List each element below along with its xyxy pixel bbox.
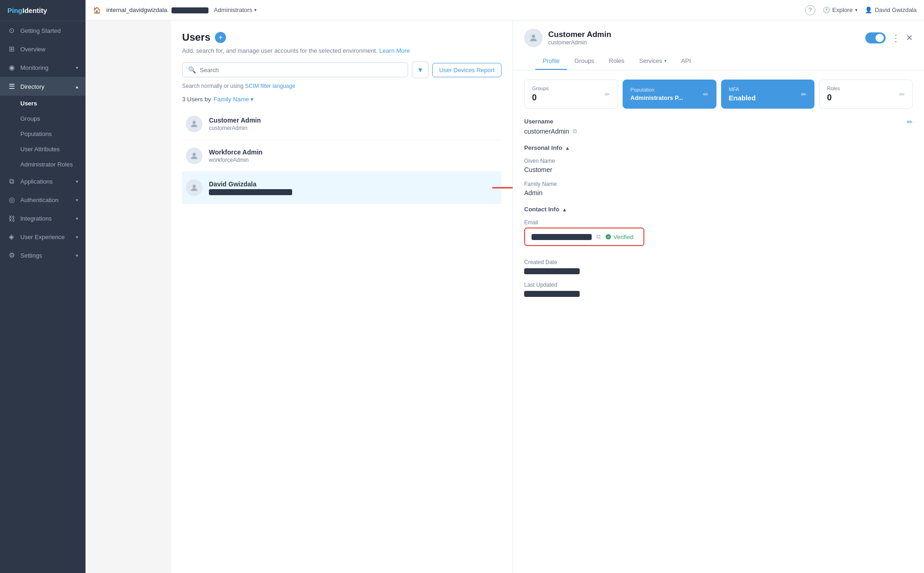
- detail-header: Customer Admin customerAdmin ⋮ ✕ Profile…: [513, 20, 924, 70]
- sidebar-item-monitoring[interactable]: ◉ Monitoring ▾: [0, 58, 86, 77]
- list-item[interactable]: Workforce Admin workforceAdmin: [182, 140, 502, 172]
- list-item[interactable]: David Gwizdala: [182, 172, 502, 204]
- email-highlight-box: ⧉ Verified: [524, 228, 644, 246]
- sidebar-sub-item-administrator-roles[interactable]: Administrator Roles: [0, 157, 86, 172]
- user-icon: 👤: [865, 6, 872, 13]
- integrations-icon: ⛓: [7, 214, 16, 222]
- chevron-down-icon: ▾: [76, 197, 78, 203]
- user-name: Workforce Admin: [209, 148, 263, 156]
- chevron-down-icon: ▾: [254, 7, 257, 12]
- family-name-field: Family Name Admin: [524, 181, 913, 197]
- copy-username-button[interactable]: ⧉: [573, 128, 577, 135]
- search-input[interactable]: [200, 67, 402, 74]
- sidebar-item-label: Settings: [20, 252, 71, 259]
- chevron-down-icon: ▾: [76, 65, 78, 70]
- user-identity: Customer Admin customerAdmin: [548, 30, 611, 46]
- sidebar-item-label: Monitoring: [20, 64, 71, 71]
- getting-started-icon: ⊙: [7, 26, 16, 35]
- stat-card-groups: Groups 0 ✏: [524, 80, 618, 109]
- user-devices-report-button[interactable]: User Devices Report: [432, 63, 502, 77]
- user-info: Customer Admin customerAdmin: [209, 117, 261, 131]
- list-item[interactable]: Customer Admin customerAdmin: [182, 108, 502, 140]
- personal-info-section: Personal Info ▲ Given Name Customer Fami…: [524, 144, 913, 197]
- username-value: customerAdmin ⧉: [524, 128, 577, 135]
- sidebar-sub-label: Populations: [20, 130, 52, 137]
- sidebar-sub-item-populations[interactable]: Populations: [0, 126, 86, 142]
- filter-button[interactable]: ▼: [412, 62, 428, 78]
- monitoring-icon: ◉: [7, 63, 16, 72]
- detail-content: Groups 0 ✏ Population Administrators P..…: [513, 70, 924, 315]
- user-status-toggle[interactable]: [865, 32, 886, 43]
- users-header: Users +: [182, 31, 502, 43]
- overview-icon: ⊞: [7, 45, 16, 53]
- created-date-value: [524, 268, 580, 274]
- chevron-down-icon: ▾: [664, 58, 667, 63]
- applications-icon: ⧉: [7, 177, 16, 185]
- sidebar-item-settings[interactable]: ⚙ Settings ▾: [0, 246, 86, 265]
- admins-dropdown[interactable]: Administrators ▾: [214, 6, 257, 13]
- username-section: Username customerAdmin ⧉ ✏: [524, 118, 913, 135]
- sidebar-item-label: Directory: [20, 83, 71, 90]
- logo: PingIdentity: [0, 0, 86, 21]
- explore-button[interactable]: 🕐 Explore ▾: [823, 6, 857, 13]
- sidebar-item-overview[interactable]: ⊞ Overview: [0, 40, 86, 58]
- svg-point-5: [532, 35, 535, 38]
- svg-point-1: [193, 153, 196, 156]
- search-row: 🔍 ▼ User Devices Report: [182, 62, 502, 78]
- close-button[interactable]: ✕: [906, 33, 913, 43]
- contact-info-section: Contact Info ▲ Email ⧉ Verified: [524, 206, 913, 297]
- sidebar-sub-label: User Attributes: [20, 146, 60, 153]
- personal-info-section-label[interactable]: Personal Info ▲: [524, 144, 913, 151]
- avatar: [186, 179, 202, 196]
- edit-roles-button[interactable]: ✏: [900, 91, 905, 98]
- chevron-down-icon: ▾: [251, 96, 254, 103]
- contact-info-section-label[interactable]: Contact Info ▲: [524, 206, 913, 213]
- sidebar-item-integrations[interactable]: ⛓ Integrations ▾: [0, 209, 86, 228]
- edit-population-button[interactable]: ✏: [703, 91, 709, 98]
- chevron-down-icon: ▾: [76, 179, 78, 184]
- sort-dropdown[interactable]: Family Name ▾: [214, 96, 254, 103]
- sidebar-item-getting-started[interactable]: ⊙ Getting Started: [0, 21, 86, 40]
- sidebar-sub-item-users[interactable]: Users: [0, 96, 86, 111]
- email-masked: [209, 189, 292, 195]
- topbar-right: ? 🕐 Explore ▾ 👤 David Gwizdala: [805, 5, 917, 15]
- chevron-up-icon: ▲: [565, 145, 570, 151]
- add-user-button[interactable]: +: [215, 32, 226, 43]
- stat-label: Roles: [827, 86, 840, 91]
- sidebar-sub-label: Users: [20, 100, 37, 107]
- sidebar: PingIdentity ⊙ Getting Started ⊞ Overvie…: [0, 0, 86, 573]
- tab-groups[interactable]: Groups: [567, 53, 602, 70]
- sidebar-item-authentication[interactable]: ◎ Authentication ▾: [0, 191, 86, 209]
- edit-username-button[interactable]: ✏: [907, 118, 913, 126]
- stat-label: MFA: [729, 86, 756, 92]
- sidebar-item-user-experience[interactable]: ◈ User Experience ▾: [0, 228, 86, 246]
- user-name: David Gwizdala: [209, 180, 292, 188]
- tab-api[interactable]: API: [674, 53, 698, 70]
- scim-filter-link[interactable]: SCIM filter language: [245, 83, 295, 89]
- field-label: Email: [524, 219, 913, 226]
- sidebar-sub-item-groups[interactable]: Groups: [0, 111, 86, 126]
- sidebar-item-directory[interactable]: ☰ Directory ▴: [0, 77, 86, 96]
- svg-point-0: [193, 121, 196, 124]
- users-count-row: 3 Users by Family Name ▾: [182, 96, 502, 103]
- chevron-up-icon: ▴: [76, 84, 78, 89]
- edit-groups-button[interactable]: ✏: [605, 91, 610, 98]
- more-options-button[interactable]: ⋮: [891, 33, 900, 43]
- stat-value: 0: [532, 93, 549, 103]
- sidebar-sub-item-user-attributes[interactable]: User Attributes: [0, 142, 86, 157]
- copy-email-button[interactable]: ⧉: [596, 233, 600, 240]
- tab-services[interactable]: Services ▾: [632, 53, 674, 70]
- field-label: Created Date: [524, 259, 913, 265]
- user-menu[interactable]: 👤 David Gwizdala: [865, 6, 917, 13]
- stat-value: Enabled: [729, 94, 756, 102]
- verified-badge: Verified: [605, 234, 633, 240]
- help-icon[interactable]: ?: [805, 5, 815, 15]
- field-value: Admin: [524, 189, 913, 197]
- learn-more-link[interactable]: Learn More: [379, 47, 410, 54]
- home-icon[interactable]: 🏠: [93, 6, 101, 14]
- sidebar-item-applications[interactable]: ⧉ Applications ▾: [0, 172, 86, 191]
- edit-mfa-button[interactable]: ✏: [801, 91, 807, 98]
- tab-roles[interactable]: Roles: [602, 53, 632, 70]
- tab-profile[interactable]: Profile: [535, 53, 567, 70]
- field-label: Last Updated: [524, 282, 913, 288]
